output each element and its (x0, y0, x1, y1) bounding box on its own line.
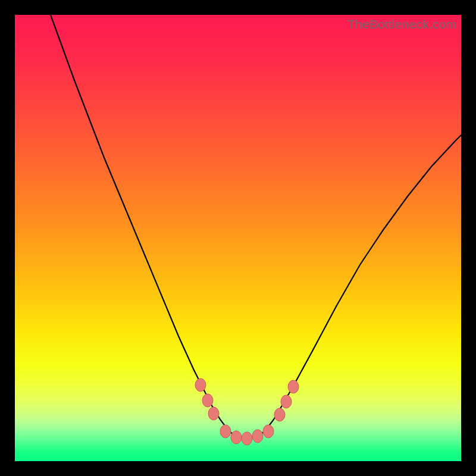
curve-svg (15, 15, 461, 461)
plot-area: TheBottleneck.com (15, 15, 461, 461)
curve-marker (220, 425, 231, 438)
curve-marker (195, 378, 206, 392)
bottleneck-curve (51, 15, 461, 439)
curve-marker (231, 431, 242, 444)
curve-marker (281, 395, 292, 408)
curve-marker (202, 394, 213, 407)
curve-marker (242, 432, 252, 445)
curve-marker (208, 407, 219, 420)
curve-marker (274, 408, 285, 421)
curve-marker (263, 425, 274, 438)
curve-marker (252, 430, 263, 443)
chart-frame: TheBottleneck.com (0, 0, 476, 476)
curve-marker (288, 380, 299, 393)
markers-group (195, 378, 299, 445)
